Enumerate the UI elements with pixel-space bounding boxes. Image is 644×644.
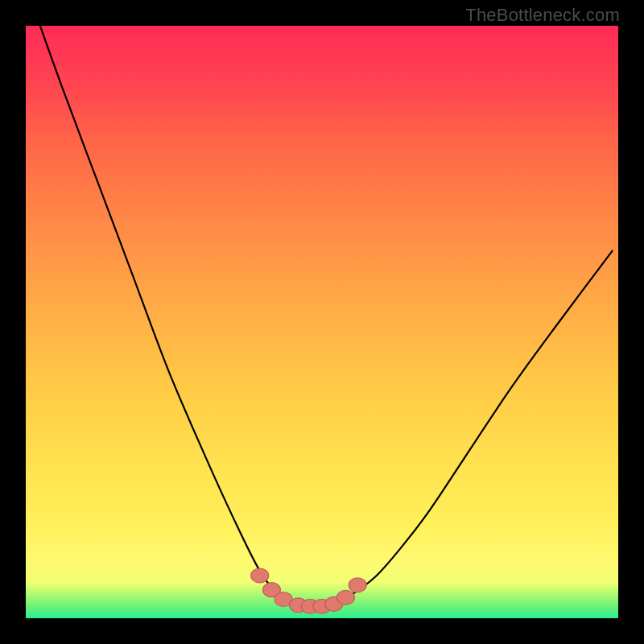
chart-frame: TheBottleneck.com [0, 0, 644, 644]
watermark-text: TheBottleneck.com [465, 5, 620, 26]
plot-area [26, 26, 618, 618]
bottleneck-curve [31, 2, 612, 608]
marker-group [251, 568, 366, 613]
marker-point [251, 568, 269, 583]
curve-svg [26, 26, 618, 618]
marker-point [336, 590, 354, 605]
marker-point [349, 578, 366, 592]
